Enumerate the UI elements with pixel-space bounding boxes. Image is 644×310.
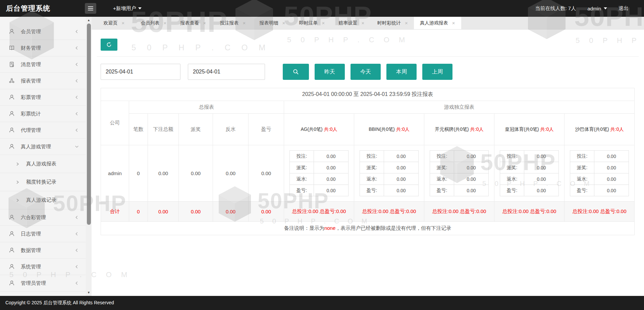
toolbar-divider [97,56,639,57]
user-icon [9,247,15,253]
chevron-left-icon [74,79,79,83]
search-icon [292,68,299,75]
sidebar-item-agents[interactable]: 代理管理 [0,122,86,139]
total-game-bbin: 总投注:0.00 总盈亏:0.00 [354,202,424,222]
chevron-left-icon [74,95,79,100]
column-header-company: 公司 [101,101,129,145]
sidebar-item-members[interactable]: 会员管理 [0,23,86,40]
close-icon[interactable]: × [164,20,167,25]
report-title: 2025-04-01 00:00:00 至 2025-04-01 23:59:5… [101,88,635,101]
game-stats-table: 投注:0.00 派奖:0.00 返水:0.00 盈亏:0.00 [500,150,559,196]
total-game-crown: 总投注:0.00 总盈亏:0.00 [494,202,565,222]
sidebar: 会员管理 财务管理 消息管理 报表管理 彩票管理 彩票统计 代理管理 真人游戏管… [0,17,86,296]
refresh-button[interactable] [101,39,117,51]
hamburger-icon [88,6,93,7]
logout-button[interactable]: 退出 [619,5,629,12]
chevron-left-icon [74,29,79,34]
game-stats-table: 投注:0.00 派奖:0.00 返水:0.00 盈亏:0.00 [430,150,489,196]
sidebar-item-lottery-stats[interactable]: 彩票统计 [0,106,86,122]
total-payout: 0.00 [179,202,213,222]
tab-bar: 欢迎页× 会员列表× 报表查看× 投注报表× 报表明细× 即时注单× 赔率设置×… [92,17,644,30]
add-user-button[interactable]: +新增用户 [113,5,142,12]
cell-game-saba: 投注:0.00 派奖:0.00 返水:0.00 盈亏:0.00 [565,145,635,202]
close-icon[interactable]: × [203,20,206,25]
user-icon [9,144,15,150]
tab-odds-settings[interactable]: 赔率设置× [332,17,371,29]
date-from-input[interactable] [101,64,180,80]
sidebar-scrollbar[interactable]: ▲ ▼ [86,17,92,296]
sidebar-subitem-credit-transfer-log[interactable]: 额度转换记录 [0,173,86,191]
sidebar-item-messages[interactable]: 消息管理 [0,56,86,73]
app-title: 后台管理系统 [0,4,82,13]
note-highlight: none [324,225,335,231]
sidebar-item-finance[interactable]: 财务管理 [0,40,86,56]
cell-company: admin [101,145,129,202]
close-icon[interactable]: × [452,20,455,25]
user-icon [9,111,15,117]
scroll-up-icon[interactable]: ▲ [86,17,92,23]
total-game-ky: 总投注:0.00 总盈亏:0.00 [424,202,494,222]
user-icon [9,29,15,35]
arrow-right-icon [15,180,19,184]
total-row: 合计 0 0.00 0.00 0.00 0.00 总投注:0.00 总盈亏:0.… [101,202,635,222]
column-header-rebate: 反水 [213,114,249,145]
close-icon[interactable]: × [122,20,125,25]
tab-report-detail[interactable]: 报表明细× [253,17,292,29]
column-header-game-ky: 开元棋牌(共0笔) 共:0人 [424,114,494,145]
sidebar-item-reports[interactable]: 报表管理 [0,73,86,89]
cell-rebate: 0.00 [213,145,249,202]
chevron-left-icon [74,128,79,133]
online-count: 当前在线人数: 7人 [535,5,576,12]
chevron-left-icon [74,264,79,269]
main-content: 昨天 今天 本周 上周 2025-04-01 00:00:00 至 2025-0… [92,30,644,296]
tab-report-view[interactable]: 报表查看× [173,17,213,29]
close-icon[interactable]: × [243,20,246,25]
tab-ssc-stats[interactable]: 时时彩统计× [371,17,414,29]
tab-welcome[interactable]: 欢迎页× [94,17,134,29]
close-icon[interactable]: × [405,20,408,25]
sidebar-item-admin-mgmt[interactable]: 管理员管理 [0,275,86,292]
sidebar-subitem-live-game-records[interactable]: 真人游戏记录 [0,191,86,209]
total-label: 合计 [101,202,129,222]
date-to-input[interactable] [188,64,265,80]
scroll-down-icon[interactable]: ▼ [86,290,92,295]
search-button[interactable] [283,64,309,80]
tab-member-list[interactable]: 会员列表× [134,17,173,29]
column-header-payout: 派奖 [179,114,213,145]
sidebar-subitem-live-game-report[interactable]: 真人游戏报表 [0,155,86,173]
sidebar-item-mark-six[interactable]: 六合彩管理 [0,209,86,226]
tab-live-orders[interactable]: 即时注单× [292,17,332,29]
column-header-bets: 笔数 [129,114,148,145]
sidebar-item-live-games[interactable]: 真人游戏管理 [0,139,86,155]
user-icon [9,264,15,270]
chevron-down-icon [138,7,142,9]
group-header-total: 总报表 [129,101,284,114]
column-header-amount: 下注总额 [148,114,179,145]
column-header-game-bbin: BBIN(共0笔) 共:0人 [354,114,424,145]
arrow-right-icon [15,162,19,166]
close-icon[interactable]: × [282,20,285,25]
user-icon [9,231,15,237]
copyright-text: Copyright © 2025 后台管理系统 All Rights Reser… [5,300,114,306]
sidebar-item-logs[interactable]: 日志管理 [0,226,86,242]
total-profit: 0.00 [249,202,284,222]
close-icon[interactable]: × [362,20,365,25]
tab-bet-report[interactable]: 投注报表× [213,17,253,29]
today-button[interactable]: 今天 [351,64,381,80]
total-bets: 0 [129,202,148,222]
user-menu[interactable]: admin [587,6,607,11]
sidebar-toggle-button[interactable] [85,3,96,14]
app-header: 后台管理系统 +新增用户 当前在线人数: 7人 admin 退出 [0,0,644,17]
chevron-left-icon [74,46,79,50]
sidebar-item-system-mgmt[interactable]: 系统管理 [0,259,86,275]
this-week-button[interactable]: 本周 [386,64,417,80]
sidebar-item-lottery-mgmt[interactable]: 彩票管理 [0,89,86,106]
yesterday-button[interactable]: 昨天 [315,64,345,80]
close-icon[interactable]: × [322,20,325,25]
tab-live-game-report[interactable]: 真人游戏报表× [414,17,461,29]
scrollbar-thumb[interactable] [87,23,91,225]
last-week-button[interactable]: 上周 [422,64,452,80]
sidebar-item-data-mgmt[interactable]: 数据管理 [0,242,86,259]
footer: Copyright © 2025 后台管理系统 All Rights Reser… [0,296,644,310]
total-game-saba: 总投注:0.00 总盈亏:0.00 [565,202,635,222]
